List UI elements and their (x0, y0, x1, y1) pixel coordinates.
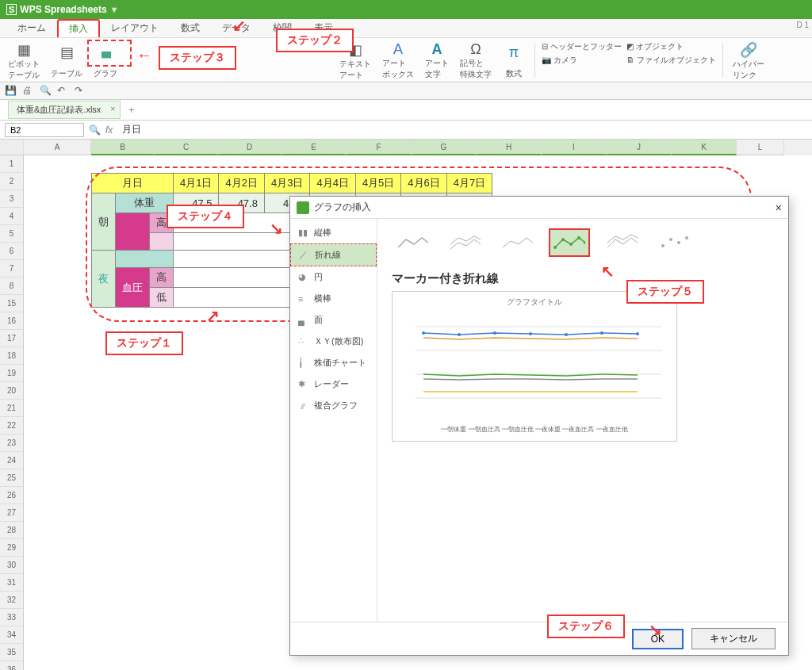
col-c[interactable]: C (155, 140, 218, 155)
tab-insert[interactable]: 挿入 (57, 19, 100, 37)
arrow-step4: ↘ (270, 219, 283, 238)
ribbon-equation[interactable]: π数式 (500, 41, 528, 79)
qat-undo-icon[interactable]: ↶ (57, 85, 70, 98)
dialog-close-icon[interactable]: × (776, 201, 782, 214)
row-2[interactable]: 2 (0, 173, 24, 190)
col-b[interactable]: B (91, 140, 155, 155)
subtype-4-marker-line[interactable] (549, 228, 590, 257)
ribbon-file-object[interactable]: 🗎 ファイルオブジェクト (626, 55, 716, 66)
row-36[interactable]: 36 (0, 661, 24, 670)
row-29[interactable]: 29 (0, 539, 24, 557)
ribbon-hyperlink[interactable]: 🔗ハイパー リンク (730, 41, 768, 79)
row-31[interactable]: 31 (0, 574, 24, 592)
row-33[interactable]: 33 (0, 609, 24, 626)
title-chevron-icon[interactable]: ▾ (112, 4, 117, 15)
row-23[interactable]: 23 (0, 435, 24, 452)
subtype-6[interactable] (653, 228, 695, 257)
row-5[interactable]: 5 (0, 225, 24, 243)
row-8[interactable]: 8 (0, 278, 24, 295)
line-icon: ／ (299, 249, 310, 261)
new-tab-icon[interactable]: + (128, 105, 134, 116)
tab-layout[interactable]: レイアウト (100, 19, 170, 37)
tab-home[interactable]: ホーム (6, 19, 57, 37)
pivot-icon: ▦ (13, 41, 35, 59)
row-28[interactable]: 28 (0, 522, 24, 539)
fx-icon[interactable]: fx (105, 124, 113, 136)
row-22[interactable]: 22 (0, 417, 24, 435)
row-19[interactable]: 19 (0, 365, 24, 382)
qat-preview-icon[interactable]: 🔍 (40, 85, 52, 98)
row-21[interactable]: 21 (0, 400, 24, 417)
type-area[interactable]: ▄面 (290, 309, 377, 331)
col-l[interactable]: L (737, 140, 784, 155)
row-26[interactable]: 26 (0, 487, 24, 504)
type-scatter[interactable]: ∴ＸＹ(散布図) (290, 331, 377, 352)
row-16[interactable]: 16 (0, 312, 24, 330)
row-4[interactable]: 4 (0, 208, 24, 225)
col-e[interactable]: E (282, 140, 347, 155)
preview-legend: ━朝体重 ━朝血圧高 ━朝血圧低 ━夜体重 ━夜血圧高 ━夜血圧低 (441, 425, 627, 434)
row-17[interactable]: 17 (0, 330, 24, 347)
ribbon-art-box[interactable]: Aアート ボックス (379, 41, 417, 79)
row-1[interactable]: 1 (0, 155, 24, 173)
col-d[interactable]: D (218, 140, 282, 155)
ribbon-art-text[interactable]: Aアート 文字 (422, 41, 452, 79)
col-h[interactable]: H (477, 140, 542, 155)
row-3[interactable]: 3 (0, 190, 24, 208)
name-box[interactable] (5, 123, 84, 137)
ribbon-pivot[interactable]: ▦ピボット テーブル (5, 41, 43, 79)
type-radar[interactable]: ✱レーダー (290, 373, 377, 395)
insert-chart-dialog: グラフの挿入 × ▮▮縦棒 ／折れ線 ◕円 ≡横棒 ▄面 ∴ＸＹ(散布図) ╽株… (289, 196, 789, 656)
subtype-3[interactable] (496, 228, 538, 257)
row-30[interactable]: 30 (0, 557, 24, 574)
file-tab[interactable]: 体重&血圧記録表.xlsx× (8, 101, 121, 119)
row-32[interactable]: 32 (0, 592, 24, 609)
arrow-step6: ↘ (649, 620, 662, 639)
qat-print-icon[interactable]: 🖨 (22, 85, 35, 98)
row-7[interactable]: 7 (0, 260, 24, 278)
svg-point-19 (636, 332, 639, 335)
ribbon-camera[interactable]: 📷 カメラ (542, 55, 622, 66)
ribbon-header-footer[interactable]: ⊟ ヘッダーとフッター (542, 41, 622, 52)
row-25[interactable]: 25 (0, 469, 24, 487)
row-15[interactable]: 15 (0, 295, 24, 312)
type-bar[interactable]: ≡横棒 (290, 288, 377, 309)
row-27[interactable]: 27 (0, 504, 24, 522)
col-j[interactable]: J (607, 140, 672, 155)
row-35[interactable]: 35 (0, 644, 24, 661)
qat-save-icon[interactable]: 💾 (5, 85, 17, 98)
subtype-2[interactable] (444, 228, 485, 257)
row-24[interactable]: 24 (0, 452, 24, 469)
dialog-titlebar[interactable]: グラフの挿入 × (290, 197, 788, 219)
svg-point-14 (458, 333, 461, 336)
type-combo[interactable]: ⫽複合グラフ (290, 395, 377, 416)
qat-redo-icon[interactable]: ↷ (75, 85, 87, 98)
ribbon-table[interactable]: ▤テーブル (48, 41, 86, 79)
ribbon-object[interactable]: ◩ オブジェクト (626, 41, 716, 52)
type-column[interactable]: ▮▮縦棒 (290, 222, 377, 243)
cancel-button[interactable]: キャンセル (691, 628, 776, 649)
type-line[interactable]: ／折れ線 (290, 243, 377, 266)
col-g[interactable]: G (412, 140, 477, 155)
row-34[interactable]: 34 (0, 626, 24, 644)
search-icon[interactable]: 🔍 (89, 124, 101, 136)
ribbon-symbol[interactable]: Ω記号と 特殊文字 (457, 41, 495, 79)
type-pie[interactable]: ◕円 (290, 266, 377, 288)
svg-point-2 (569, 243, 573, 246)
subtype-5[interactable] (601, 228, 642, 257)
type-stock[interactable]: ╽株価チャート (290, 352, 377, 373)
formula-value: 月日 (117, 121, 146, 138)
row-6[interactable]: 6 (0, 243, 24, 260)
row-20[interactable]: 20 (0, 382, 24, 400)
ribbon-chart[interactable]: グラフ (90, 41, 121, 79)
close-tab-icon[interactable]: × (110, 104, 115, 113)
col-a[interactable]: A (24, 140, 91, 155)
col-k[interactable]: K (672, 140, 737, 155)
col-i[interactable]: I (542, 140, 607, 155)
row-18[interactable]: 18 (0, 347, 24, 365)
svg-point-16 (529, 332, 532, 335)
tab-formula[interactable]: 数式 (170, 19, 211, 37)
col-f[interactable]: F (347, 140, 412, 155)
hdr-date[interactable]: 月日 (92, 174, 174, 193)
subtype-1[interactable] (392, 228, 433, 257)
